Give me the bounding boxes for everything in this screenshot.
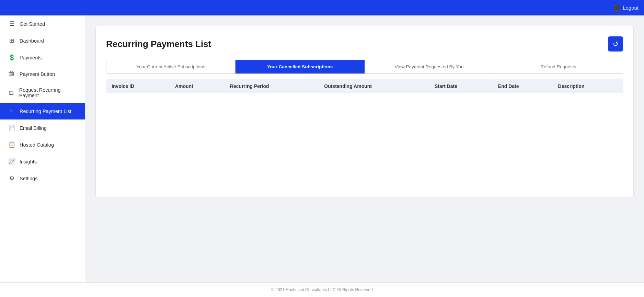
table-header: Invoice IDAmountRecurring PeriodOutstand… [106, 79, 623, 93]
table-header-row: Invoice IDAmountRecurring PeriodOutstand… [106, 79, 623, 93]
footer: © 2021 Hashcash Consultants LLC All Righ… [0, 282, 644, 297]
payments-icon: 💲 [8, 54, 15, 61]
sidebar-label-payments: Payments [20, 55, 42, 60]
email-billing-icon: 📄 [8, 124, 15, 132]
col-recurring-period: Recurring Period [225, 79, 319, 93]
tab-cancelled-subscriptions[interactable]: Your Cancelled Subscriptions [235, 60, 365, 73]
logout-label: Logout [623, 5, 639, 11]
dashboard-icon: ⊞ [8, 37, 15, 44]
sidebar-label-insights: Insights [20, 159, 37, 164]
sidebar-item-insights[interactable]: 📈Insights [0, 153, 85, 170]
sidebar-item-payment-button[interactable]: 🏛Payment Button [0, 66, 85, 82]
app-body: ☰Get Started⊞Dashboard💲Payments🏛Payment … [0, 15, 644, 282]
sidebar-label-dashboard: Dashboard [20, 38, 44, 44]
col-end-date: End Date [493, 79, 553, 93]
sidebar-item-get-started[interactable]: ☰Get Started [0, 15, 85, 32]
col-description: Description [553, 79, 623, 93]
get-started-icon: ☰ [8, 20, 15, 27]
page-card-header: Recurring Payments List ↺ [106, 36, 623, 52]
logout-button[interactable]: ⬛ Logout [614, 4, 639, 11]
refresh-button[interactable]: ↺ [608, 36, 623, 52]
sidebar-item-settings[interactable]: ⚙Settings [0, 170, 85, 187]
col-outstanding-amount: Outstanding Amount [319, 79, 429, 93]
insights-icon: 📈 [8, 158, 15, 165]
recurring-payment-list-icon: ≡ [8, 108, 15, 115]
tabs-container: Your Current Active SubscriptionsYour Ca… [106, 60, 623, 74]
sidebar-label-recurring-payment-list: Recurring Payment List [20, 108, 71, 114]
sidebar-label-request-recurring-payment: Request Recurring Payment [19, 87, 78, 98]
sidebar-label-email-billing: Email Billing [20, 125, 47, 131]
page-title: Recurring Payments List [106, 39, 211, 49]
top-header: ⬛ Logout [0, 0, 644, 15]
sidebar-item-payments[interactable]: 💲Payments [0, 49, 85, 66]
payment-button-icon: 🏛 [8, 71, 15, 78]
main-content: Recurring Payments List ↺ Your Current A… [85, 15, 644, 282]
request-recurring-payment-icon: ⊟ [8, 89, 15, 96]
sidebar-label-get-started: Get Started [20, 21, 45, 27]
tab-payment-requested[interactable]: View Payment Requested By You [365, 60, 494, 73]
sidebar-label-payment-button: Payment Button [20, 71, 55, 77]
sidebar-item-hosted-catalog[interactable]: 📋Hosted Catalog [0, 136, 85, 153]
sidebar-item-email-billing[interactable]: 📄Email Billing [0, 119, 85, 136]
sidebar-item-request-recurring-payment[interactable]: ⊟Request Recurring Payment [0, 82, 85, 103]
sidebar-item-dashboard[interactable]: ⊞Dashboard [0, 32, 85, 49]
settings-icon: ⚙ [8, 175, 15, 182]
tab-active-subscriptions[interactable]: Your Current Active Subscriptions [106, 60, 235, 73]
hosted-catalog-icon: 📋 [8, 141, 15, 148]
sidebar-item-recurring-payment-list[interactable]: ≡Recurring Payment List [0, 103, 85, 119]
tab-refund-requests[interactable]: Refund Requests [494, 60, 623, 73]
sidebar-label-settings: Settings [20, 176, 37, 181]
page-card: Recurring Payments List ↺ Your Current A… [95, 26, 634, 197]
col-invoice-id: Invoice ID [106, 79, 170, 93]
refresh-icon: ↺ [613, 40, 619, 48]
footer-text: © 2021 Hashcash Consultants LLC All Righ… [271, 287, 373, 292]
sidebar-label-hosted-catalog: Hosted Catalog [20, 142, 54, 148]
data-table: Invoice IDAmountRecurring PeriodOutstand… [106, 79, 623, 93]
sidebar: ☰Get Started⊞Dashboard💲Payments🏛Payment … [0, 15, 85, 282]
col-start-date: Start Date [429, 79, 493, 93]
col-amount: Amount [170, 79, 225, 93]
logout-icon: ⬛ [614, 4, 621, 11]
